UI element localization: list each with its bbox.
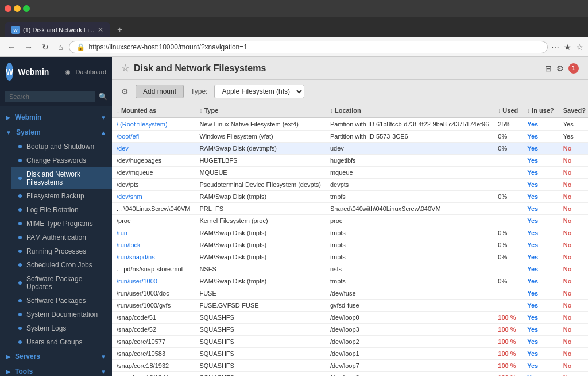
cell-mounted-as: /run/user/1000/gvfs: [112, 300, 195, 312]
servers-arrow-icon: ▶: [6, 354, 10, 360]
cell-inuse: Yes: [523, 275, 559, 287]
search-icon: 🔍: [99, 93, 107, 101]
forward-button[interactable]: →: [22, 41, 36, 53]
webmin-expand-icon: ▼: [100, 114, 106, 121]
col-type[interactable]: ↕Type: [195, 103, 326, 118]
cell-mounted-as: ... pd/ns/snap-store.mnt: [112, 263, 195, 275]
cell-type: SQUASHFS: [195, 336, 326, 348]
lock-icon: 🔒: [76, 43, 85, 51]
backup-label: Filesystem Backup: [26, 192, 84, 200]
sidebar-item-system-docs[interactable]: System Documentation: [11, 308, 112, 321]
sidebar-item-system[interactable]: ▼ System ▲: [0, 125, 112, 140]
cell-location: tmpfs: [326, 191, 493, 203]
cell-mounted-as: /snap/core/10577: [112, 336, 195, 348]
favorite-star-icon[interactable]: ☆: [121, 63, 129, 74]
packages-label: Software Packages: [26, 297, 86, 305]
cell-type: RAM/Swap Disk (tmpfs): [195, 239, 326, 251]
sidebar-item-users-groups[interactable]: Users and Groups: [11, 335, 112, 349]
cell-mounted-as[interactable]: /run/snapd/ns: [112, 251, 195, 263]
url-text[interactable]: https://linuxscrew-host:10000/mount/?xna…: [88, 43, 540, 51]
cell-type: Pseudoterminal Device Filesystem (devpts…: [195, 179, 326, 191]
cell-mounted-as[interactable]: /run: [112, 227, 195, 239]
sidebar-item-servers[interactable]: ▶ Servers ▼: [0, 349, 112, 364]
table-row: / (Root filesystem)New Linux Native File…: [112, 118, 588, 131]
cell-mounted-as: /dev/pts: [112, 179, 195, 191]
sidebar-item-running-processes[interactable]: Running Processes: [11, 244, 112, 258]
cell-inuse: Yes: [523, 203, 559, 215]
sidebar-item-filesystem-backup[interactable]: Filesystem Backup: [11, 189, 112, 203]
cell-used: [493, 179, 523, 191]
mime-dot-icon: [18, 222, 22, 225]
cell-used: 100 %: [493, 360, 523, 372]
cell-saved: No: [559, 324, 588, 336]
sidebar-item-bootup[interactable]: Bootup and Shutdown: [11, 140, 112, 154]
cell-used: 100 %: [493, 348, 523, 360]
cell-inuse: Yes: [523, 300, 559, 312]
col-inuse[interactable]: ↕In use?: [523, 103, 559, 118]
cell-mounted-as[interactable]: / (Root filesystem): [112, 118, 195, 131]
sidebar-item-mime-type[interactable]: MIME Type Programs: [11, 217, 112, 231]
packages-dot-icon: [18, 299, 22, 302]
cell-mounted-as[interactable]: /run/user/1000: [112, 275, 195, 287]
cell-inuse: Yes: [523, 360, 559, 372]
bookmarks-icon[interactable]: ★: [564, 43, 571, 52]
cell-saved: No: [559, 275, 588, 287]
table-row: /dev/shmRAM/Swap Disk (tmpfs)tmpfs0%YesN…: [112, 191, 588, 203]
back-button[interactable]: ←: [5, 41, 18, 53]
sidebar-item-scheduled-cron[interactable]: Scheduled Cron Jobs: [11, 258, 112, 272]
col-location[interactable]: ↕Location: [326, 103, 493, 118]
tab-close-icon[interactable]: ✕: [98, 26, 103, 34]
cell-location: tmpfs: [326, 227, 493, 239]
search-input[interactable]: [5, 91, 95, 102]
refresh-button[interactable]: ↻: [39, 41, 52, 53]
cell-type: RAM/Swap Disk (devtmpfs): [195, 143, 326, 155]
cell-mounted-as[interactable]: /dev/shm: [112, 191, 195, 203]
cell-location: udev: [326, 143, 493, 155]
cell-used: 25%: [493, 118, 523, 131]
cell-mounted-as[interactable]: /dev: [112, 143, 195, 155]
cell-mounted-as[interactable]: /boot/efi: [112, 131, 195, 143]
bookmark-add-icon[interactable]: ☆: [576, 43, 583, 52]
system-arrow-icon: ▼: [6, 129, 11, 136]
cell-used: [493, 203, 523, 215]
sidebar-item-tools[interactable]: ▶ Tools ▼: [0, 364, 112, 376]
gear-icon[interactable]: ⚙: [121, 87, 129, 96]
sidebar-item-log-file-rotation[interactable]: Log File Rotation: [11, 203, 112, 217]
sidebar-webmin-label: Webmin: [15, 113, 41, 121]
col-used[interactable]: ↕Used: [493, 103, 523, 118]
col-mounted-as[interactable]: ↕Mounted as: [112, 103, 195, 118]
cell-mounted-as: /run/user/1000/doc: [112, 287, 195, 300]
sidebar-item-software-updates[interactable]: Software Package Updates: [11, 272, 112, 294]
sidebar-item-webmin[interactable]: ▶ Webmin ▼: [0, 110, 112, 125]
home-button[interactable]: ⌂: [55, 41, 65, 53]
notification-badge[interactable]: 1: [568, 63, 579, 74]
active-tab[interactable]: W (1) Disk and Network Fi... ✕: [5, 22, 110, 37]
table-row: /snap/code/52SQUASHFS/dev/loop3100 %YesN…: [112, 324, 588, 336]
table-header-row: ↕Mounted as ↕Type ↕Location ↕Used ↕In us…: [112, 103, 588, 118]
extensions-icon[interactable]: ⋯: [551, 43, 559, 52]
cell-location: mqueue: [326, 167, 493, 179]
sidebar-item-system-logs[interactable]: System Logs: [11, 321, 112, 335]
settings-icon[interactable]: ⚙: [556, 64, 564, 73]
cell-location: gvfsd-fuse: [326, 300, 493, 312]
cell-inuse: Yes: [523, 372, 559, 377]
col-saved[interactable]: Saved?: [559, 103, 588, 118]
cell-saved: Yes: [559, 118, 588, 131]
sidebar-item-disk-network[interactable]: Disk and Network Filesystems: [11, 167, 112, 189]
cell-inuse: Yes: [523, 227, 559, 239]
cell-location: /dev/loop3: [326, 324, 493, 336]
type-select[interactable]: Apple Filesystem (hfs): [214, 85, 304, 98]
add-mount-button[interactable]: Add mount: [136, 85, 184, 98]
sidebar-item-change-passwords[interactable]: Change Passwords: [11, 154, 112, 167]
sidebar-item-software-packages[interactable]: Software Packages: [11, 294, 112, 308]
table-row: /snap/core/10577SQUASHFS/dev/loop2100 %Y…: [112, 336, 588, 348]
cell-saved: Yes: [559, 131, 588, 143]
filter-icon[interactable]: ⊟: [545, 64, 552, 73]
logs-label: System Logs: [26, 324, 66, 332]
table-row: /boot/efiWindows Filesystem (vfat)Partit…: [112, 131, 588, 143]
cell-mounted-as[interactable]: /run/lock: [112, 239, 195, 251]
dashboard-label[interactable]: Dashboard: [75, 68, 106, 75]
sidebar-item-pam-auth[interactable]: PAM Authentication: [11, 231, 112, 244]
cell-type: SQUASHFS: [195, 372, 326, 377]
new-tab-button[interactable]: +: [113, 22, 127, 37]
